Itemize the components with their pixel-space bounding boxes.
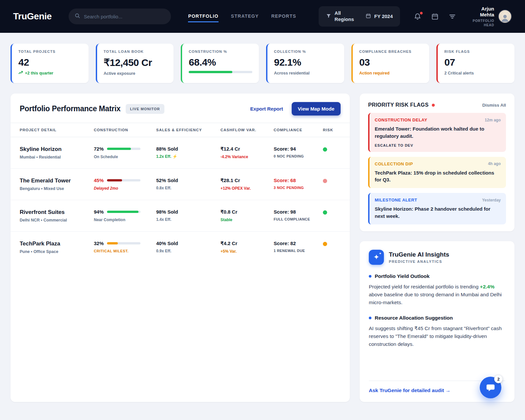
kpi-label: RISK FLAGS: [444, 50, 508, 53]
kpi-loan-book[interactable]: TOTAL LOAN BOOK ₹12,450 Cr Active exposu…: [96, 44, 174, 83]
kpi-sub: Action required: [359, 71, 423, 75]
search-bar[interactable]: [69, 9, 171, 24]
kpi-value: 68.4%: [189, 57, 252, 68]
alert-construction-delay[interactable]: CONSTRUCTION DELAY 12m ago Emerald Tower…: [368, 113, 506, 152]
alert-collection-dip[interactable]: COLLECTION DIP 4h ago TechPark Plaza: 15…: [368, 157, 506, 188]
project-meta: Bengaluru • Mixed Use: [20, 186, 94, 191]
cashflow-note: +12% OPEX Var.: [220, 186, 274, 191]
alert-action[interactable]: ESCALATE TO DEV: [375, 143, 501, 147]
table-row[interactable]: Riverfront Suites Delhi NCR • Commercial…: [10, 200, 350, 232]
table-row[interactable]: Skyline Horizon Mumbai • Residential 72%…: [10, 137, 350, 169]
trend-up-icon: [18, 71, 23, 75]
search-icon: [74, 13, 80, 20]
cashflow-value: ₹12.4 Cr: [220, 146, 274, 152]
page-title: Portfolio Performance Matrix: [20, 104, 120, 113]
project-name: Skyline Horizon: [20, 146, 94, 153]
kpi-value: 92.1%: [274, 57, 338, 68]
efficiency-value: 1.4x Eff.: [156, 217, 171, 222]
alert-time: Yesterday: [482, 198, 501, 202]
sold-pct: 52% Sold: [156, 178, 220, 183]
bolt-icon: ⚡: [172, 154, 177, 159]
efficiency-value: 1.2x Eff.: [156, 154, 171, 159]
kpi-construction-pct[interactable]: CONSTRUCTION % 68.4%: [181, 44, 259, 83]
table-header: PROJECT DETAIL CONSTRUCTION SALES & EFFI…: [10, 123, 350, 137]
compliance-score: Score: 94: [274, 146, 323, 152]
alert-time: 12m ago: [485, 118, 501, 122]
sold-pct: 88% Sold: [156, 146, 220, 152]
kpi-label: CONSTRUCTION %: [189, 50, 252, 53]
chat-bubble-icon: [486, 383, 495, 392]
view-map-mode-button[interactable]: View Map Mode: [292, 102, 341, 116]
project-meta: Pune • Office Space: [20, 249, 94, 254]
compliance-note: FULL COMPLIANCE: [274, 217, 323, 221]
sold-pct: 98% Sold: [156, 209, 220, 215]
construction-bar: [107, 211, 140, 213]
insight-heading: Resource Allocation Suggestion: [375, 315, 453, 321]
kpi-value: ₹12,450 Cr: [104, 57, 167, 68]
risk-status-dot: [323, 179, 327, 183]
calendar-button[interactable]: [431, 13, 439, 20]
kpi-sub-text: +2 this quarter: [25, 71, 53, 75]
kpi-compliance-breaches[interactable]: COMPLIANCE BREACHES 03 Action required: [351, 44, 430, 83]
sold-pct: 40% Sold: [156, 241, 220, 246]
construction-bar-fill: [107, 211, 138, 213]
efficiency: 0.8x Eff.: [156, 186, 220, 190]
dismiss-all-link[interactable]: Dismiss All: [482, 103, 506, 108]
compliance-score: Score: 98: [274, 209, 323, 215]
region-filter-label: All Regions: [335, 10, 355, 23]
avatar[interactable]: [498, 10, 512, 23]
risk-panel-title: PRIORITY RISK FLAGS: [368, 102, 429, 108]
efficiency-value: 0.8x Eff.: [156, 186, 171, 190]
alert-body: TechPark Plaza: 15% drop in scheduled co…: [375, 169, 501, 184]
alert-title: CONSTRUCTION DELAY: [375, 117, 427, 122]
insight-text: above baseline due to strong demand in M…: [369, 292, 502, 305]
export-report-link[interactable]: Export Report: [250, 106, 283, 112]
priority-risk-panel: PRIORITY RISK FLAGS Dismiss All CONSTRUC…: [360, 94, 514, 231]
kpi-sub: 2 Critical alerts: [444, 71, 508, 75]
fiscal-year-filter[interactable]: FY 2024: [360, 8, 398, 25]
table-row[interactable]: TechPark Plaza Pune • Office Space 32% C…: [10, 232, 350, 263]
chat-fab-button[interactable]: 2: [480, 377, 501, 398]
col-compliance: COMPLIANCE: [274, 128, 323, 132]
brand-logo[interactable]: TruGenie: [13, 11, 52, 22]
nav-reports[interactable]: REPORTS: [271, 11, 296, 22]
cashflow-note: -4.2% Variance: [220, 155, 274, 159]
notifications-button[interactable]: [414, 13, 421, 20]
main-nav: PORTFOLIO STRATEGY REPORTS: [188, 11, 296, 22]
kpi-risk-flags[interactable]: RISK FLAGS 07 2 Critical alerts: [436, 44, 514, 83]
cashflow-value: ₹28.1 Cr: [220, 178, 274, 183]
cashflow-value: ₹0.8 Cr: [220, 209, 274, 215]
kpi-value: 07: [444, 57, 508, 68]
col-cashflow-var: CASHFLOW VAR.: [220, 128, 274, 132]
construction-bar-fill: [107, 148, 131, 150]
alert-milestone[interactable]: MILESTONE ALERT Yesterday Skyline Horizo…: [368, 193, 506, 224]
kpi-collection-pct[interactable]: COLLECTION % 92.1% Across residential: [266, 44, 344, 83]
notification-dot: [420, 12, 423, 14]
calendar-small-icon: [366, 13, 371, 20]
nav-portfolio[interactable]: PORTFOLIO: [188, 11, 218, 22]
insights-title: TruGenie AI Insights: [389, 251, 449, 258]
construction-pct: 72%: [94, 146, 104, 152]
construction-bar: [107, 179, 140, 181]
kpi-total-projects[interactable]: TOTAL PROJECTS 42 +2 this quarter: [10, 44, 89, 83]
project-name: TechPark Plaza: [20, 241, 94, 247]
region-filter[interactable]: All Regions: [321, 8, 360, 25]
col-risk: RISK: [323, 128, 341, 132]
nav-strategy[interactable]: STRATEGY: [231, 11, 259, 22]
table-row[interactable]: The Emerald Tower Bengaluru • Mixed Use …: [10, 169, 350, 200]
construction-note: On Schedule: [94, 155, 156, 159]
kpi-label: COLLECTION %: [274, 50, 338, 53]
filter-settings-button[interactable]: [449, 13, 456, 20]
chat-unread-badge: 2: [494, 375, 503, 383]
col-project-detail: PROJECT DETAIL: [20, 128, 94, 132]
construction-bar: [107, 242, 140, 244]
alert-time: 4h ago: [488, 161, 501, 166]
search-input[interactable]: [84, 14, 165, 19]
alert-title: COLLECTION DIP: [375, 161, 413, 166]
user-menu[interactable]: Arjun Mehta PORTFOLIO HEAD: [469, 6, 512, 27]
alert-title: MILESTONE ALERT: [375, 198, 417, 202]
ask-trugenie-link[interactable]: Ask TruGenie for detailed audit →: [369, 388, 451, 393]
bullet-dot: [369, 317, 371, 319]
insights-subtitle: PREDICTIVE ANALYTICS: [389, 260, 449, 263]
kpi-sub: Across residential: [274, 71, 338, 75]
